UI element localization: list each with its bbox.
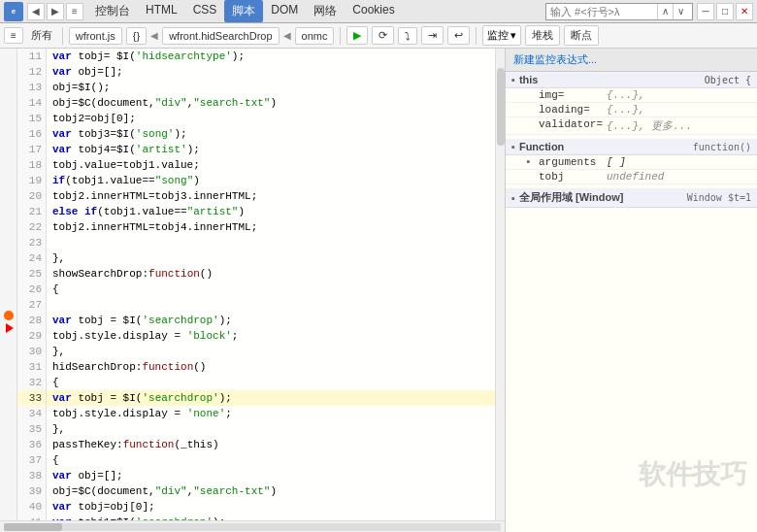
menu-console[interactable]: 控制台: [87, 0, 138, 22]
search-box: ∧ ∨: [545, 3, 693, 20]
this-expand-icon[interactable]: ▪: [511, 74, 515, 85]
code-line-21: else if(tobj1.value=="artist"): [47, 204, 495, 219]
code-line-24: },: [47, 250, 495, 266]
code-line-35: },: [47, 421, 495, 437]
code-content[interactable]: var tobj= $I('hidsearchtype'); var obj=[…: [47, 49, 495, 520]
break-btn[interactable]: ↩: [447, 26, 470, 45]
step-over-btn[interactable]: ⟳: [372, 26, 394, 45]
gutter-33: [3, 322, 14, 335]
separator-3: [476, 27, 477, 45]
code-line-19: if(tobj1.value=="song"): [47, 173, 495, 188]
function-sub-items: ▪ arguments [ ] tobj undefined: [506, 155, 757, 184]
event-selector[interactable]: onmc: [295, 27, 335, 45]
step-into-btn[interactable]: ⤵: [398, 27, 417, 45]
line-numbers: 11 12 13 14 15 16 17 18 19 20 21 22 23 2…: [17, 49, 47, 520]
function-expand-icon[interactable]: ▪: [511, 141, 515, 152]
code-line-20: tobj2.innerHTML=tobj3.innerHTML;: [47, 188, 495, 204]
arrow-svg: [505, 52, 506, 82]
ln-38: 38: [17, 468, 46, 483]
breakpoint-dot-32[interactable]: [4, 311, 14, 320]
current-line-arrow-33: [6, 323, 14, 333]
search-down-btn[interactable]: ∨: [673, 4, 688, 19]
window-close[interactable]: ✕: [736, 3, 753, 20]
ln-29: 29: [17, 328, 46, 344]
watch-toolbar: 新建监控表达式...: [506, 49, 757, 72]
file-selector[interactable]: wfront.js: [69, 27, 122, 45]
nav-menu[interactable]: ≡: [66, 3, 83, 20]
code-line-31: hidSearchDrop:function(): [47, 359, 495, 375]
global-value: Window $t=1: [687, 192, 751, 203]
menu-html[interactable]: HTML: [138, 0, 185, 22]
ln-27: 27: [17, 297, 46, 313]
this-value: Object {: [705, 75, 751, 85]
play-btn[interactable]: ▶: [346, 26, 368, 45]
code-line-23: [47, 235, 495, 250]
menu-script[interactable]: 脚本: [224, 0, 263, 22]
ln-39: 39: [17, 483, 46, 499]
tobj-name: tobj: [539, 171, 607, 183]
ln-12: 12: [17, 64, 46, 80]
horizontal-scrollbar[interactable]: [0, 520, 505, 532]
nav-forward[interactable]: ▶: [47, 3, 64, 20]
menu-dom[interactable]: DOM: [263, 0, 306, 22]
img-name: img=: [539, 89, 607, 101]
function-label: Function: [519, 141, 564, 152]
ln-15: 15: [17, 111, 46, 126]
code-line-27: [47, 297, 495, 313]
red-arrow-annotation: [505, 52, 506, 84]
nav-back[interactable]: ◀: [27, 3, 45, 20]
nav-buttons: ◀ ▶ ≡: [27, 3, 83, 20]
line-toggle[interactable]: ≡: [4, 27, 23, 44]
breakpoint-btn[interactable]: 断点: [564, 25, 599, 46]
ln-11: 11: [17, 49, 46, 64]
code-line-34: tobj.style.display = 'none';: [47, 406, 495, 421]
window-min[interactable]: ─: [697, 3, 714, 20]
code-line-15: tobj2=obj[0];: [47, 111, 495, 126]
function-value: function(): [693, 142, 751, 152]
func-sub-tobj: tobj undefined: [506, 170, 757, 184]
code-line-40: var tobj=obj[0];: [47, 499, 495, 515]
arguments-value: [ ]: [607, 156, 753, 168]
search-input[interactable]: [550, 6, 657, 17]
add-watch-btn[interactable]: 新建监控表达式...: [510, 50, 601, 69]
img-expand: [525, 89, 537, 101]
monitor-dropdown[interactable]: 监控 ▾: [482, 25, 521, 46]
watch-panel: 新建监控表达式... ▪ this Object { img= {...}, l…: [505, 49, 757, 532]
img-value: {...},: [607, 89, 753, 101]
toolbar: ≡ 所有 wfront.js {} ◀ wfront.hidSearchDrop…: [0, 23, 757, 49]
code-line-37: {: [47, 452, 495, 468]
menu-css[interactable]: CSS: [185, 0, 225, 22]
menu-network[interactable]: 网络: [306, 0, 345, 22]
code-line-29: tobj.style.display = 'block';: [47, 328, 495, 344]
tobj-value: undefined: [607, 171, 753, 183]
menu-items: 控制台 HTML CSS 脚本 DOM 网络 Cookies: [87, 0, 403, 22]
loading-value: {...},: [607, 104, 753, 116]
ln-35: 35: [17, 421, 46, 437]
arguments-expand[interactable]: ▪: [525, 156, 537, 168]
search-up-btn[interactable]: ∧: [657, 4, 673, 19]
code-line-12: var obj=[];: [47, 64, 495, 80]
ln-20: 20: [17, 188, 46, 204]
ln-36: 36: [17, 437, 46, 452]
code-line-30: },: [47, 344, 495, 359]
ln-32: 32: [17, 375, 46, 390]
loading-expand: [525, 104, 537, 116]
format-btn[interactable]: {}: [126, 27, 147, 45]
step-out-btn[interactable]: ⇥: [421, 26, 444, 45]
scrollbar-thumb[interactable]: [497, 68, 505, 146]
global-section: ▪ 全局作用域 [Window] Window $t=1: [506, 188, 757, 208]
stack-btn[interactable]: 堆栈: [525, 25, 560, 46]
code-line-22: tobj2.innerHTML=tobj4.innerHTML;: [47, 219, 495, 235]
ln-26: 26: [17, 282, 46, 297]
validator-name: validator=: [539, 118, 607, 133]
vertical-scrollbar[interactable]: [495, 49, 505, 520]
ln-21: 21: [17, 204, 46, 219]
code-line-14: obj=$C(document,"div","search-txt"): [47, 95, 495, 111]
global-expand-icon[interactable]: ▪: [511, 192, 515, 204]
code-line-26: {: [47, 282, 495, 297]
menu-cookies[interactable]: Cookies: [345, 0, 402, 22]
window-max[interactable]: □: [716, 3, 734, 20]
function-selector[interactable]: wfront.hidSearchDrop: [162, 27, 279, 45]
ln-13: 13: [17, 80, 46, 95]
ln-24: 24: [17, 250, 46, 266]
